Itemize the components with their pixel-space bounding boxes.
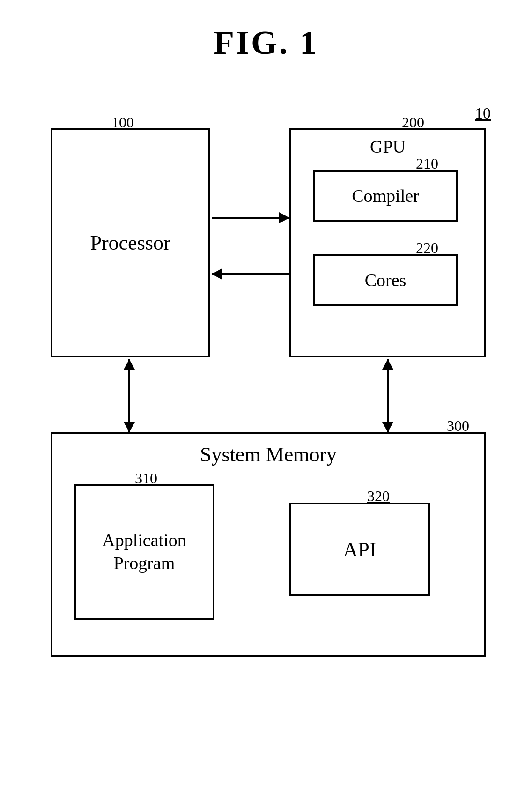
ref-310-label: 310 xyxy=(135,470,157,487)
cores-label: Cores xyxy=(365,270,406,290)
processor-box: Processor xyxy=(51,128,210,357)
ref-200-label: 200 xyxy=(402,114,424,131)
figure-title: FIG. 1 xyxy=(214,23,318,62)
compiler-box: Compiler xyxy=(313,170,458,222)
ref-210-label: 210 xyxy=(416,155,438,172)
gpu-label: GPU xyxy=(291,136,484,157)
diagram-area: 10 Processor 100 GPU 200 Compiler 210 Co… xyxy=(37,76,495,798)
ref-300-label: 300 xyxy=(447,417,469,435)
cores-box: Cores xyxy=(313,254,458,306)
gpu-box: GPU xyxy=(289,128,486,357)
ref-220-label: 220 xyxy=(416,239,438,257)
processor-label: Processor xyxy=(90,231,170,255)
page: FIG. 1 10 Processor 100 GPU 200 Compiler… xyxy=(0,0,532,808)
api-label: API xyxy=(343,538,377,562)
ref-10-label: 10 xyxy=(475,104,491,122)
arrow-proc-to-sysmem xyxy=(128,359,130,432)
compiler-label: Compiler xyxy=(352,185,419,206)
api-box: API xyxy=(289,503,430,596)
app-program-box: ApplicationProgram xyxy=(74,484,214,620)
arrow-gpu-to-sysmem xyxy=(387,359,389,432)
system-memory-label: System Memory xyxy=(52,443,484,467)
app-program-label: ApplicationProgram xyxy=(102,529,186,575)
ref-100-label: 100 xyxy=(111,114,134,131)
ref-320-label: 320 xyxy=(367,488,390,505)
arrow-proc-to-gpu xyxy=(212,217,289,219)
arrow-gpu-to-proc xyxy=(212,273,289,275)
